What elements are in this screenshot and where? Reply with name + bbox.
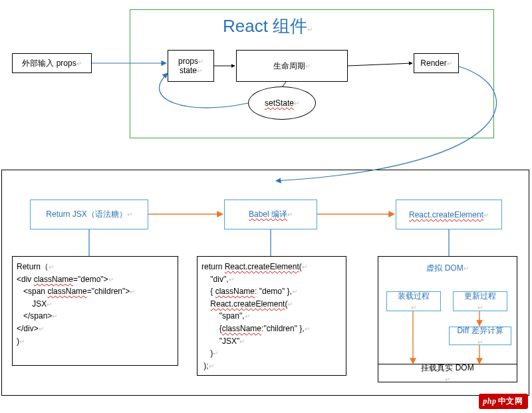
props-label: props	[178, 57, 198, 66]
code-line: Return（	[17, 262, 49, 271]
create-element-label: React.createElement	[409, 210, 483, 219]
logo-badge: phpphp中文网中文网	[479, 394, 528, 409]
code-line: </span>	[17, 311, 52, 321]
code-line: </div>	[17, 324, 39, 333]
lifecycle-box: 生命周期↵	[236, 50, 348, 82]
babel-box: Babel 编译↵	[224, 200, 317, 229]
setstate-label: setState	[265, 98, 294, 108]
diagram-canvas: React 组件↵ 外部输入 props↵ props↵ state↵ 生命周期…	[0, 0, 532, 413]
setstate-ellipse: setState↵	[248, 86, 316, 120]
code-line: JSX	[17, 299, 47, 309]
code-jsx: Return（↵ <div className="demo">↵ <span c…	[12, 256, 178, 366]
code-line: "JSX"	[201, 337, 239, 346]
code-createelement: return React.createElement(↵ "div",↵ { c…	[197, 256, 346, 376]
babel-label: Babel 编译	[249, 209, 287, 219]
title-text: React 组件	[223, 16, 307, 36]
external-props-label: 外部输入 props	[22, 59, 76, 68]
props-state-box: props↵ state↵	[168, 50, 214, 82]
render-label: Render	[420, 59, 446, 68]
react-component-title: React 组件↵	[223, 15, 313, 38]
code-line: );	[201, 361, 209, 370]
real-dom-label: 挂载真实 DOM	[421, 362, 473, 374]
lifecycle-label: 生命周期	[273, 61, 305, 70]
jsx-label: Return JSX（语法糖）	[46, 209, 126, 219]
render-box: Render↵	[414, 53, 459, 73]
diff-label: Diff 差异计算	[457, 325, 503, 337]
vdom-frame: 虚拟 DOM↵ 装载过程↵ 更新过程↵ Diff 差异计算↵ 挂载真实 DOM↵	[378, 256, 517, 382]
create-element-box: React.createElement↵	[396, 200, 502, 229]
vdom-title: 虚拟 DOM	[426, 263, 463, 273]
code-line: "div",	[201, 275, 229, 284]
update-box: 更新过程↵	[453, 291, 507, 311]
diff-box: Diff 差异计算↵	[449, 327, 511, 345]
real-dom-box: 挂载真实 DOM↵	[378, 364, 517, 382]
mount-box: 装载过程↵	[386, 291, 441, 311]
state-label: state	[180, 66, 197, 75]
external-props-box: 外部输入 props↵	[12, 53, 92, 73]
jsx-box: Return JSX（语法糖）↵	[30, 200, 148, 229]
mount-label: 装载过程	[398, 290, 430, 303]
update-label: 更新过程	[464, 290, 496, 303]
code-line: )	[201, 348, 213, 358]
code-line: "span",	[201, 311, 245, 321]
